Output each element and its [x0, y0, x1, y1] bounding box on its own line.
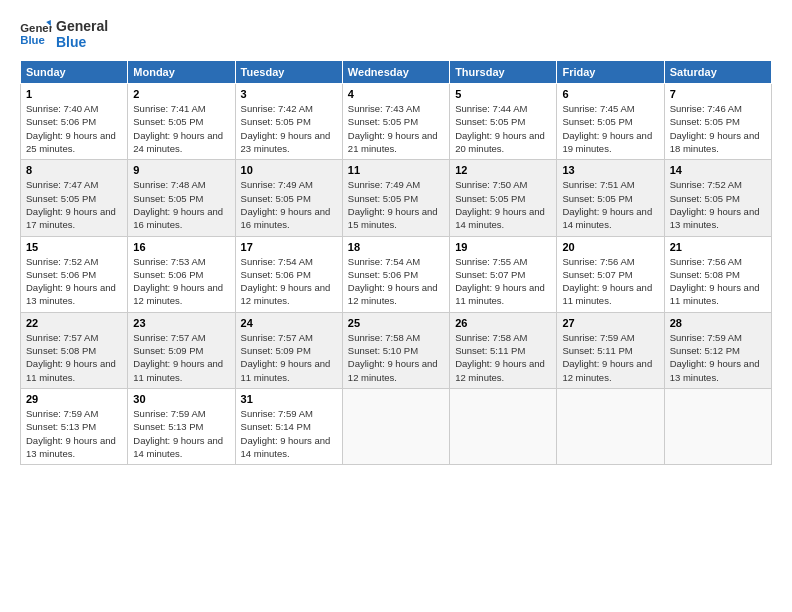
day-info: Sunrise: 7:59 AM Sunset: 5:13 PM Dayligh… — [26, 407, 122, 460]
day-info: Sunrise: 7:57 AM Sunset: 5:09 PM Dayligh… — [241, 331, 337, 384]
calendar-cell: 16Sunrise: 7:53 AM Sunset: 5:06 PM Dayli… — [128, 236, 235, 312]
calendar-week-row: 15Sunrise: 7:52 AM Sunset: 5:06 PM Dayli… — [21, 236, 772, 312]
day-number: 20 — [562, 241, 658, 253]
calendar-page: General Blue General Blue SundayMondayTu… — [0, 0, 792, 612]
calendar-cell: 29Sunrise: 7:59 AM Sunset: 5:13 PM Dayli… — [21, 388, 128, 464]
weekday-header-saturday: Saturday — [664, 61, 771, 84]
day-info: Sunrise: 7:52 AM Sunset: 5:06 PM Dayligh… — [26, 255, 122, 308]
calendar-cell: 1Sunrise: 7:40 AM Sunset: 5:06 PM Daylig… — [21, 84, 128, 160]
calendar-cell: 13Sunrise: 7:51 AM Sunset: 5:05 PM Dayli… — [557, 160, 664, 236]
day-info: Sunrise: 7:40 AM Sunset: 5:06 PM Dayligh… — [26, 102, 122, 155]
day-info: Sunrise: 7:59 AM Sunset: 5:12 PM Dayligh… — [670, 331, 766, 384]
day-number: 29 — [26, 393, 122, 405]
day-info: Sunrise: 7:43 AM Sunset: 5:05 PM Dayligh… — [348, 102, 444, 155]
day-number: 9 — [133, 164, 229, 176]
day-info: Sunrise: 7:56 AM Sunset: 5:07 PM Dayligh… — [562, 255, 658, 308]
calendar-cell — [664, 388, 771, 464]
logo: General Blue General Blue — [20, 18, 108, 50]
svg-text:Blue: Blue — [20, 34, 45, 46]
weekday-header-tuesday: Tuesday — [235, 61, 342, 84]
logo-blue: Blue — [56, 34, 108, 50]
day-number: 7 — [670, 88, 766, 100]
day-number: 6 — [562, 88, 658, 100]
day-number: 13 — [562, 164, 658, 176]
day-info: Sunrise: 7:51 AM Sunset: 5:05 PM Dayligh… — [562, 178, 658, 231]
calendar-cell: 21Sunrise: 7:56 AM Sunset: 5:08 PM Dayli… — [664, 236, 771, 312]
day-number: 4 — [348, 88, 444, 100]
day-info: Sunrise: 7:42 AM Sunset: 5:05 PM Dayligh… — [241, 102, 337, 155]
header: General Blue General Blue — [20, 18, 772, 50]
day-number: 15 — [26, 241, 122, 253]
day-number: 27 — [562, 317, 658, 329]
calendar-week-row: 22Sunrise: 7:57 AM Sunset: 5:08 PM Dayli… — [21, 312, 772, 388]
day-info: Sunrise: 7:53 AM Sunset: 5:06 PM Dayligh… — [133, 255, 229, 308]
calendar-cell: 23Sunrise: 7:57 AM Sunset: 5:09 PM Dayli… — [128, 312, 235, 388]
day-number: 5 — [455, 88, 551, 100]
day-info: Sunrise: 7:46 AM Sunset: 5:05 PM Dayligh… — [670, 102, 766, 155]
calendar-cell — [450, 388, 557, 464]
day-number: 23 — [133, 317, 229, 329]
day-number: 8 — [26, 164, 122, 176]
calendar-week-row: 1Sunrise: 7:40 AM Sunset: 5:06 PM Daylig… — [21, 84, 772, 160]
weekday-header-wednesday: Wednesday — [342, 61, 449, 84]
day-info: Sunrise: 7:52 AM Sunset: 5:05 PM Dayligh… — [670, 178, 766, 231]
calendar-week-row: 8Sunrise: 7:47 AM Sunset: 5:05 PM Daylig… — [21, 160, 772, 236]
day-info: Sunrise: 7:57 AM Sunset: 5:09 PM Dayligh… — [133, 331, 229, 384]
calendar-cell: 31Sunrise: 7:59 AM Sunset: 5:14 PM Dayli… — [235, 388, 342, 464]
calendar-cell: 19Sunrise: 7:55 AM Sunset: 5:07 PM Dayli… — [450, 236, 557, 312]
weekday-header-friday: Friday — [557, 61, 664, 84]
day-info: Sunrise: 7:59 AM Sunset: 5:13 PM Dayligh… — [133, 407, 229, 460]
calendar-cell: 4Sunrise: 7:43 AM Sunset: 5:05 PM Daylig… — [342, 84, 449, 160]
day-info: Sunrise: 7:41 AM Sunset: 5:05 PM Dayligh… — [133, 102, 229, 155]
day-number: 26 — [455, 317, 551, 329]
day-number: 31 — [241, 393, 337, 405]
weekday-header-sunday: Sunday — [21, 61, 128, 84]
day-number: 12 — [455, 164, 551, 176]
weekday-header-thursday: Thursday — [450, 61, 557, 84]
calendar-cell: 8Sunrise: 7:47 AM Sunset: 5:05 PM Daylig… — [21, 160, 128, 236]
day-number: 1 — [26, 88, 122, 100]
day-number: 22 — [26, 317, 122, 329]
day-number: 3 — [241, 88, 337, 100]
day-number: 10 — [241, 164, 337, 176]
day-info: Sunrise: 7:54 AM Sunset: 5:06 PM Dayligh… — [348, 255, 444, 308]
day-number: 16 — [133, 241, 229, 253]
calendar-cell: 12Sunrise: 7:50 AM Sunset: 5:05 PM Dayli… — [450, 160, 557, 236]
calendar-cell: 3Sunrise: 7:42 AM Sunset: 5:05 PM Daylig… — [235, 84, 342, 160]
calendar-cell: 10Sunrise: 7:49 AM Sunset: 5:05 PM Dayli… — [235, 160, 342, 236]
calendar-cell — [342, 388, 449, 464]
day-number: 30 — [133, 393, 229, 405]
day-info: Sunrise: 7:57 AM Sunset: 5:08 PM Dayligh… — [26, 331, 122, 384]
day-info: Sunrise: 7:48 AM Sunset: 5:05 PM Dayligh… — [133, 178, 229, 231]
day-number: 19 — [455, 241, 551, 253]
calendar-cell: 7Sunrise: 7:46 AM Sunset: 5:05 PM Daylig… — [664, 84, 771, 160]
calendar-cell: 26Sunrise: 7:58 AM Sunset: 5:11 PM Dayli… — [450, 312, 557, 388]
day-info: Sunrise: 7:44 AM Sunset: 5:05 PM Dayligh… — [455, 102, 551, 155]
day-info: Sunrise: 7:54 AM Sunset: 5:06 PM Dayligh… — [241, 255, 337, 308]
calendar-cell: 18Sunrise: 7:54 AM Sunset: 5:06 PM Dayli… — [342, 236, 449, 312]
day-info: Sunrise: 7:59 AM Sunset: 5:14 PM Dayligh… — [241, 407, 337, 460]
calendar-cell: 14Sunrise: 7:52 AM Sunset: 5:05 PM Dayli… — [664, 160, 771, 236]
calendar-cell: 5Sunrise: 7:44 AM Sunset: 5:05 PM Daylig… — [450, 84, 557, 160]
day-number: 28 — [670, 317, 766, 329]
calendar-cell: 25Sunrise: 7:58 AM Sunset: 5:10 PM Dayli… — [342, 312, 449, 388]
calendar-cell: 22Sunrise: 7:57 AM Sunset: 5:08 PM Dayli… — [21, 312, 128, 388]
day-number: 11 — [348, 164, 444, 176]
day-info: Sunrise: 7:58 AM Sunset: 5:11 PM Dayligh… — [455, 331, 551, 384]
svg-text:General: General — [20, 22, 52, 34]
calendar-cell: 30Sunrise: 7:59 AM Sunset: 5:13 PM Dayli… — [128, 388, 235, 464]
day-info: Sunrise: 7:55 AM Sunset: 5:07 PM Dayligh… — [455, 255, 551, 308]
day-info: Sunrise: 7:49 AM Sunset: 5:05 PM Dayligh… — [241, 178, 337, 231]
day-number: 17 — [241, 241, 337, 253]
calendar-cell: 17Sunrise: 7:54 AM Sunset: 5:06 PM Dayli… — [235, 236, 342, 312]
day-info: Sunrise: 7:58 AM Sunset: 5:10 PM Dayligh… — [348, 331, 444, 384]
day-info: Sunrise: 7:59 AM Sunset: 5:11 PM Dayligh… — [562, 331, 658, 384]
weekday-header-row: SundayMondayTuesdayWednesdayThursdayFrid… — [21, 61, 772, 84]
day-info: Sunrise: 7:49 AM Sunset: 5:05 PM Dayligh… — [348, 178, 444, 231]
calendar-cell: 24Sunrise: 7:57 AM Sunset: 5:09 PM Dayli… — [235, 312, 342, 388]
calendar-week-row: 29Sunrise: 7:59 AM Sunset: 5:13 PM Dayli… — [21, 388, 772, 464]
day-info: Sunrise: 7:56 AM Sunset: 5:08 PM Dayligh… — [670, 255, 766, 308]
logo-icon: General Blue — [20, 20, 52, 48]
day-number: 2 — [133, 88, 229, 100]
day-info: Sunrise: 7:50 AM Sunset: 5:05 PM Dayligh… — [455, 178, 551, 231]
